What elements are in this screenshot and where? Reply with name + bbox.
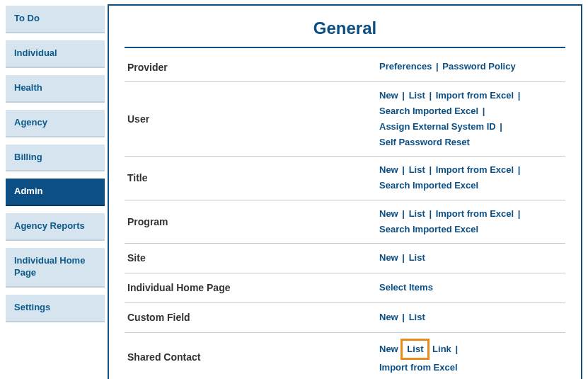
link-user-self-pw[interactable]: Self Password Reset	[379, 137, 470, 147]
app-layout: To Do Individual Health Agency Billing A…	[0, 0, 588, 379]
sidebar-item-todo[interactable]: To Do	[6, 6, 105, 33]
link-title-search-imported[interactable]: Search Imported Excel	[379, 180, 478, 191]
row-label-shared-contact: Shared Contact	[125, 351, 379, 363]
row-program: Program New | List | Import from Excel |…	[125, 200, 565, 244]
row-links-user: New | List | Import from Excel | Search …	[379, 88, 565, 150]
separator: |	[429, 164, 432, 175]
link-user-new[interactable]: New	[379, 90, 398, 101]
row-label-ind-home: Individual Home Page	[125, 282, 379, 293]
link-custom-field-list[interactable]: List	[409, 312, 425, 322]
link-custom-field-new[interactable]: New	[379, 312, 398, 322]
separator: |	[402, 252, 405, 263]
link-shared-contact-new[interactable]: New	[379, 344, 398, 354]
separator: |	[436, 61, 439, 72]
link-shared-contact-list[interactable]: List	[407, 344, 423, 354]
row-site: Site New | List	[125, 244, 565, 273]
sidebar-item-individual[interactable]: Individual	[6, 40, 105, 68]
link-ind-home-select-items[interactable]: Select Items	[379, 282, 433, 293]
separator: |	[402, 208, 405, 219]
link-user-search-imported[interactable]: Search Imported Excel	[379, 106, 478, 116]
row-label-title: Title	[125, 172, 379, 183]
row-label-provider: Provider	[125, 62, 379, 73]
row-label-site: Site	[125, 252, 379, 264]
row-custom-field: Custom Field New | List	[125, 303, 565, 333]
highlight-box: List	[400, 339, 430, 360]
link-site-list[interactable]: List	[409, 252, 425, 263]
row-provider: Provider Preferences | Password Policy	[125, 52, 565, 82]
sidebar-item-health[interactable]: Health	[6, 75, 105, 103]
separator: |	[429, 208, 432, 219]
separator: |	[402, 90, 405, 101]
link-user-import[interactable]: Import from Excel	[436, 90, 514, 101]
link-program-list[interactable]: List	[409, 208, 425, 219]
sidebar-item-billing[interactable]: Billing	[6, 145, 105, 172]
link-program-search-imported[interactable]: Search Imported Excel	[379, 224, 478, 234]
link-title-list[interactable]: List	[409, 164, 425, 175]
separator: |	[455, 344, 458, 354]
row-links-title: New | List | Import from Excel | Search …	[379, 162, 565, 193]
separator: |	[429, 90, 432, 101]
link-shared-contact-link[interactable]: Link	[432, 344, 451, 354]
link-title-new[interactable]: New	[379, 164, 398, 175]
row-links-provider: Preferences | Password Policy	[379, 59, 565, 74]
separator: |	[518, 90, 521, 101]
link-user-list[interactable]: List	[409, 90, 425, 101]
row-label-program: Program	[125, 216, 379, 227]
link-site-new[interactable]: New	[379, 252, 398, 263]
sidebar-item-agency-reports[interactable]: Agency Reports	[6, 213, 105, 241]
separator: |	[500, 121, 502, 132]
content-panel: General Provider Preferences | Password …	[108, 4, 582, 379]
sidebar-item-settings[interactable]: Settings	[6, 295, 105, 322]
link-user-assign-ext[interactable]: Assign External System ID	[379, 121, 496, 132]
separator: |	[518, 164, 521, 175]
row-links-custom-field: New | List	[379, 310, 565, 325]
separator: |	[402, 164, 405, 175]
separator: |	[518, 208, 521, 219]
sidebar: To Do Individual Health Agency Billing A…	[0, 0, 105, 329]
sidebar-item-individual-home-page[interactable]: Individual Home Page	[6, 248, 105, 288]
link-shared-contact-import[interactable]: Import from Excel	[379, 362, 458, 373]
link-title-import[interactable]: Import from Excel	[436, 164, 514, 175]
link-password-policy[interactable]: Password Policy	[442, 61, 515, 72]
row-links-site: New | List	[379, 250, 565, 266]
row-links-shared-contact: New List Link | Import from Excel	[379, 339, 565, 375]
link-program-import[interactable]: Import from Excel	[436, 208, 514, 219]
row-title: Title New | List | Import from Excel | S…	[125, 157, 565, 200]
row-links-program: New | List | Import from Excel | Search …	[379, 206, 565, 237]
row-label-custom-field: Custom Field	[125, 312, 379, 323]
row-user: User New | List | Import from Excel | Se…	[125, 82, 565, 157]
row-ind-home: Individual Home Page Select Items	[125, 273, 565, 303]
separator: |	[483, 106, 485, 116]
row-label-user: User	[125, 113, 379, 125]
page-title: General	[125, 13, 565, 48]
link-preferences[interactable]: Preferences	[379, 61, 432, 72]
sidebar-item-admin[interactable]: Admin	[6, 179, 105, 206]
separator: |	[402, 312, 405, 322]
link-program-new[interactable]: New	[379, 208, 398, 219]
sidebar-item-agency[interactable]: Agency	[6, 110, 105, 137]
row-shared-contact: Shared Contact New List Link | Import fr…	[125, 333, 565, 379]
row-links-ind-home: Select Items	[379, 280, 565, 295]
